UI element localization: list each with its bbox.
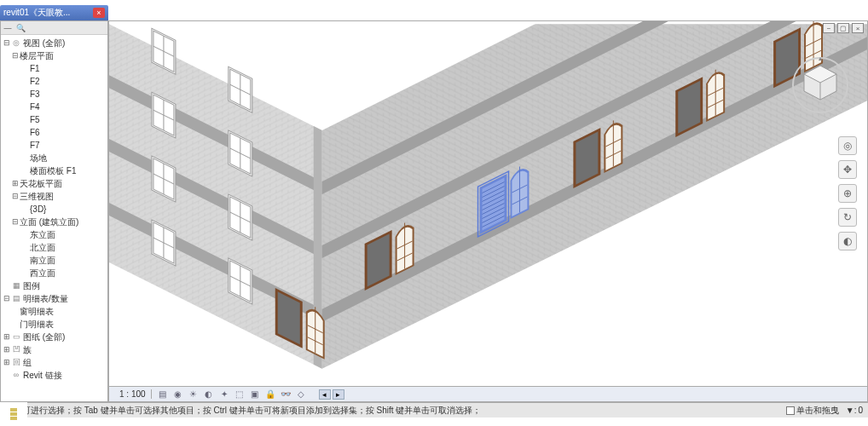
- tree-item[interactable]: 门明细表: [1, 318, 107, 331]
- tree-item[interactable]: 北立面: [1, 241, 107, 254]
- tree-sheets[interactable]: ⊞ ▭ 图纸 (全部): [1, 331, 107, 343]
- view-cube[interactable]: [790, 55, 850, 115]
- tree-item[interactable]: 南立面: [1, 254, 107, 267]
- orbit-icon[interactable]: ↻: [838, 208, 857, 227]
- tree-item[interactable]: F3: [1, 88, 107, 101]
- viewport-3d[interactable]: − ▢ × ◎ ✥ ⊕ ↻ ◐ 1 : 100 ▤: [108, 20, 868, 402]
- minimize-icon[interactable]: −: [823, 23, 835, 33]
- app-logo: [0, 402, 27, 426]
- pan-icon[interactable]: ✥: [838, 160, 857, 179]
- zoom-icon[interactable]: ⊕: [838, 184, 857, 203]
- tree-root[interactable]: ⊟ ◎ 视图 (全部): [1, 37, 107, 49]
- filter-count[interactable]: ▼:0: [846, 406, 863, 415]
- browser-tree: ⊟ ◎ 视图 (全部) ⊟ 楼层平面 F1 F2 F3 F4 F5 F6 F7 …: [1, 35, 107, 383]
- minus-icon[interactable]: ⊟: [11, 191, 20, 202]
- plus-icon[interactable]: ⊞: [3, 357, 11, 368]
- tree-item[interactable]: 西立面: [1, 267, 107, 279]
- plus-icon[interactable]: ⊞: [3, 344, 11, 355]
- nav-bar: ◎ ✥ ⊕ ↻ ◐: [838, 136, 857, 250]
- sun-path-icon[interactable]: ☀: [188, 389, 200, 400]
- press-drag-toggle[interactable]: 单击和拖曳: [786, 405, 839, 417]
- minus-icon[interactable]: ⊟: [11, 216, 20, 227]
- views-icon: ◎: [11, 37, 21, 49]
- sheets-icon: ▭: [11, 331, 21, 343]
- tree-item[interactable]: F1: [1, 62, 107, 75]
- group-icon: 回: [11, 357, 21, 368]
- steering-wheel-icon[interactable]: ◎: [838, 136, 857, 155]
- tree-item[interactable]: F5: [1, 113, 107, 126]
- title-text: revit01《天眼教...: [3, 7, 70, 19]
- visual-style-icon[interactable]: ◉: [172, 389, 184, 400]
- plus-icon[interactable]: ⊞: [11, 178, 20, 189]
- plus-icon[interactable]: ⊞: [3, 331, 11, 343]
- minus-icon[interactable]: ⊟: [11, 50, 20, 61]
- tree-item[interactable]: 场地: [1, 152, 107, 164]
- scale-value[interactable]: 1 : 100: [114, 389, 152, 399]
- tree-3d-item[interactable]: {3D}: [1, 203, 107, 216]
- minus-icon[interactable]: ⊟: [3, 293, 11, 304]
- workspace: — 🔍 ⊟ ◎ 视图 (全部) ⊟ 楼层平面 F1 F2 F3 F4 F5 F6…: [0, 20, 868, 402]
- browser-toolbar: — 🔍: [1, 21, 107, 35]
- scroll-right-icon[interactable]: ▸: [333, 389, 344, 400]
- tree-ceiling[interactable]: ⊞ 天花板平面: [1, 177, 107, 190]
- tree-legends[interactable]: ▦ 图例: [1, 279, 107, 292]
- tree-item[interactable]: F4: [1, 101, 107, 113]
- family-icon: 凹: [11, 344, 21, 355]
- maximize-icon[interactable]: ▢: [837, 23, 849, 33]
- tree-3d[interactable]: ⊟ 三维视图: [1, 190, 107, 203]
- look-icon[interactable]: ◐: [838, 232, 857, 250]
- tree-item[interactable]: F2: [1, 75, 107, 88]
- tree-item[interactable]: 窗明细表: [1, 305, 107, 318]
- tree-families[interactable]: ⊞ 凹 族: [1, 343, 107, 356]
- tree-groups[interactable]: ⊞ 回 组: [1, 356, 107, 369]
- tree-floorplans[interactable]: ⊟ 楼层平面: [1, 49, 107, 62]
- close-button[interactable]: ×: [93, 8, 105, 18]
- shadows-icon[interactable]: ◐: [203, 389, 215, 400]
- doc-window-controls: − ▢ ×: [823, 23, 864, 33]
- rendering-icon[interactable]: ✦: [218, 389, 230, 400]
- link-icon: ∞: [11, 370, 21, 381]
- tree-item[interactable]: F6: [1, 126, 107, 139]
- search-icon[interactable]: 🔍: [15, 23, 26, 33]
- schedule-icon: ▤: [11, 293, 21, 304]
- legend-icon: ▦: [11, 280, 21, 291]
- close-view-icon[interactable]: ×: [852, 23, 864, 33]
- tree-links[interactable]: ∞ Revit 链接: [1, 369, 107, 382]
- model-canvas[interactable]: [109, 21, 867, 401]
- checkbox-icon[interactable]: [786, 406, 795, 415]
- reveal-icon[interactable]: ◇: [295, 389, 307, 400]
- tree-schedules[interactable]: ⊟ ▤ 明细表/数量: [1, 292, 107, 305]
- view-control-bar: 1 : 100 ▤ ◉ ☀ ◐ ✦ ⬚ ▣ 🔒 👓 ◇ ◂ ▸: [109, 386, 867, 401]
- scroll-left-icon[interactable]: ◂: [319, 389, 331, 400]
- crop-icon[interactable]: ⬚: [234, 389, 246, 400]
- crop-visible-icon[interactable]: ▣: [249, 389, 261, 400]
- tree-item[interactable]: 楼面模板 F1: [1, 164, 107, 177]
- detail-level-icon[interactable]: ▤: [157, 389, 169, 400]
- title-bar: revit01《天眼教... ×: [0, 5, 108, 20]
- tree-elevations[interactable]: ⊟ 立面 (建筑立面): [1, 216, 107, 228]
- status-tip: 单击可进行选择；按 Tab 键并单击可选择其他项目；按 Ctrl 键并单击可将新…: [5, 405, 786, 417]
- tree-item[interactable]: 东立面: [1, 228, 107, 241]
- minus-icon[interactable]: ⊟: [3, 37, 11, 49]
- temp-hide-icon[interactable]: 👓: [280, 389, 292, 400]
- lock-icon[interactable]: 🔒: [264, 389, 276, 400]
- status-bar: 单击可进行选择；按 Tab 键并单击可选择其他项目；按 Ctrl 键并单击可将新…: [0, 402, 868, 417]
- project-browser: — 🔍 ⊟ ◎ 视图 (全部) ⊟ 楼层平面 F1 F2 F3 F4 F5 F6…: [0, 20, 108, 402]
- tree-item[interactable]: F7: [1, 139, 107, 152]
- dash-icon[interactable]: —: [3, 23, 13, 33]
